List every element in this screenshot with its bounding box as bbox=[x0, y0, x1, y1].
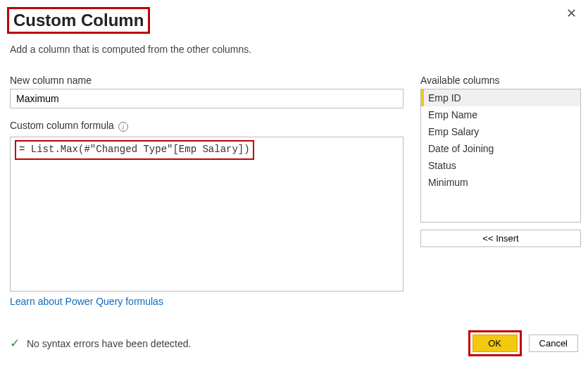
formula-text: List.Max(#"Changed Type"[Emp Salary]) bbox=[31, 144, 250, 155]
formula-prefix: = bbox=[19, 144, 31, 155]
column-item[interactable]: Date of Joining bbox=[421, 140, 580, 157]
formula-label: Custom column formula bbox=[10, 120, 114, 131]
available-columns-list: Emp IDEmp NameEmp SalaryDate of JoiningS… bbox=[420, 89, 581, 223]
check-icon: ✓ bbox=[10, 336, 20, 351]
column-item[interactable]: Status bbox=[421, 157, 580, 174]
dialog-subtitle: Add a column that is computed from the o… bbox=[7, 44, 581, 55]
column-item[interactable]: Emp Salary bbox=[421, 123, 580, 140]
column-item[interactable]: Minimum bbox=[421, 174, 580, 191]
column-item[interactable]: Emp Name bbox=[421, 106, 580, 123]
status-text: No syntax errors have been detected. bbox=[27, 338, 191, 349]
formula-input[interactable]: = List.Max(#"Changed Type"[Emp Salary]) bbox=[10, 137, 404, 292]
learn-link[interactable]: Learn about Power Query formulas bbox=[10, 296, 163, 307]
available-columns-label: Available columns bbox=[420, 75, 581, 86]
new-column-input[interactable] bbox=[10, 89, 404, 108]
dialog-title: Custom Column bbox=[7, 7, 150, 34]
insert-button[interactable]: << Insert bbox=[420, 230, 581, 247]
column-item[interactable]: Emp ID bbox=[421, 89, 580, 106]
cancel-button[interactable]: Cancel bbox=[529, 334, 578, 352]
info-icon[interactable]: i bbox=[118, 122, 128, 132]
close-icon[interactable]: ✕ bbox=[563, 4, 580, 23]
ok-button[interactable]: OK bbox=[473, 334, 518, 352]
new-column-label: New column name bbox=[10, 75, 404, 86]
